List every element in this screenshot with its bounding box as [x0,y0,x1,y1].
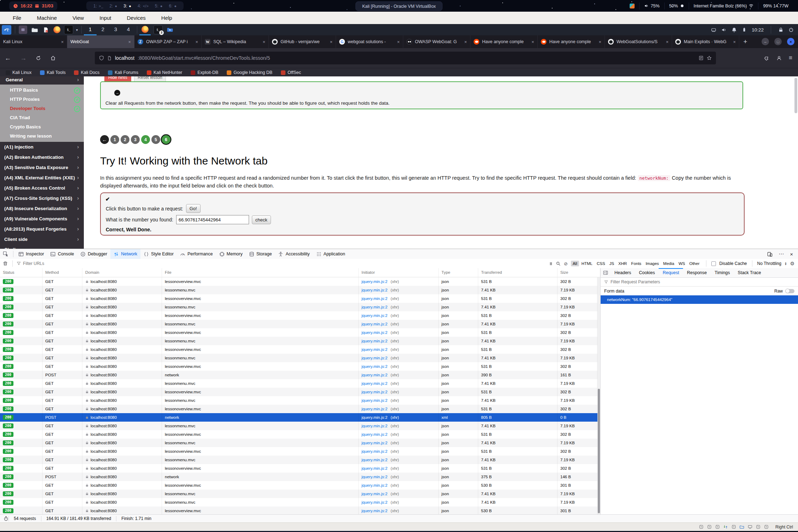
reader-mode-icon[interactable] [699,56,704,60]
filter-type-css[interactable]: CSS [595,261,607,266]
chevron-down-icon[interactable]: ▾ [76,28,78,32]
maximize-button[interactable]: □ [774,38,782,45]
volume-tray-item[interactable]: 75% [639,2,664,10]
tab-close-icon[interactable]: × [195,39,198,45]
window-manager-icon[interactable] [19,25,27,34]
network-request-row[interactable]: 200GETlocalhost:8080lessonoverview.mvcjq… [0,447,597,456]
guest-workspace-4[interactable]: 4 [122,24,135,35]
devtools-tab-memory[interactable]: Memory [216,249,246,259]
form-data-section-header[interactable]: Form data Raw [601,287,798,295]
minimize-button[interactable]: – [762,38,769,45]
sidebar-category-a7-cross-site-scripting-xss[interactable]: (A7) Cross-Site Scripting (XSS)› [0,193,84,203]
filter-type-ws[interactable]: WS [677,261,687,266]
network-request-row[interactable]: 200GETlocalhost:8080lessonoverview.mvcjq… [0,294,597,303]
guest-clock[interactable]: 10:22 [752,27,764,33]
go-button[interactable]: Go! [186,204,201,213]
clear-requests-icon[interactable] [3,261,8,266]
column-header-method[interactable]: Method [42,268,82,277]
devtools-tab-accessibility[interactable]: Accessibility [275,249,313,259]
filter-type-js[interactable]: JS [608,261,616,266]
network-request-row[interactable]: 200POSTlocalhost:8080networkjquery.min.j… [0,371,597,379]
host-clock-widget[interactable]: 16:22 31/03 [9,1,57,10]
sidebar-category-a3-sensitive-data-exposure[interactable]: (A3) Sensitive Data Exposure› [0,162,84,173]
initiator-link[interactable]: jquery.min.js:2 [362,345,387,354]
initiator-link[interactable]: jquery.min.js:2 [362,456,387,464]
power-tray-item[interactable]: 99% 14.77W [758,2,793,10]
guest-workspace-1[interactable]: 1 [84,24,97,35]
guest-workspace-2[interactable]: 2 [97,24,109,35]
pagination-page-2[interactable]: 2 [121,135,129,144]
browser-tab-sql-wikipedia[interactable]: WSQL – Wikipedia× [202,35,269,48]
network-settings-gear-icon[interactable]: ⚙ [790,261,794,266]
initiator-link[interactable]: jquery.min.js:2 [362,328,387,337]
host-workspace-6[interactable]: 6:● [166,4,180,8]
initiator-link[interactable]: jquery.min.js:2 [362,405,387,413]
tab-close-icon[interactable]: × [666,39,669,45]
sidebar-lesson-crypto-basics[interactable]: Crypto Basics [0,122,84,132]
initiator-link[interactable]: jquery.min.js:2 [362,430,387,439]
column-header-initiator[interactable]: Initiator [359,268,439,277]
initiator-link[interactable]: jquery.min.js:2 [362,379,387,388]
vm-window-title[interactable]: Kali [Running] - Oracle VM VirtualBox [355,1,443,11]
extensions-icon[interactable] [764,56,769,61]
detail-tab-cookies[interactable]: Cookies [635,268,659,277]
initiator-link[interactable]: jquery.min.js:2 [362,507,387,515]
speaker-icon[interactable] [721,27,727,33]
devtools-tab-network[interactable]: Network [110,249,140,259]
tab-close-icon[interactable]: × [464,39,467,45]
sidebar-item-general[interactable]: General › [0,76,84,85]
bookmark-exploit-db[interactable]: Exploit-DB [191,70,218,75]
network-request-row[interactable]: 200GETlocalhost:8080lessonoverview.mvcjq… [0,464,597,473]
browser-tab-owasp-webgoat-g[interactable]: OWASP WebGoat: G× [403,35,470,48]
sidebar-category-a2-broken-authentication[interactable]: (A2) Broken Authentication› [0,152,84,162]
pause-requests-icon[interactable] [549,262,553,266]
devtools-tab-application[interactable]: Application [313,249,348,259]
devtools-tab-performance[interactable]: Performance [177,249,216,259]
sidebar-lesson-writing-new-lesson[interactable]: Writing new lesson [0,132,84,141]
account-icon[interactable] [776,56,782,61]
network-tray-item[interactable]: Internet Familie Bolz (66%) [689,2,758,10]
logout-icon[interactable] [788,27,794,33]
initiator-link[interactable]: jquery.min.js:2 [362,481,387,490]
devtools-tab-debugger[interactable]: Debugger [77,249,110,259]
virtualbox-tray-item[interactable] [625,2,639,10]
network-request-row[interactable]: 200POSTlocalhost:8080networkjquery.min.j… [0,473,597,481]
initiator-link[interactable]: jquery.min.js:2 [362,337,387,345]
initiator-link[interactable]: jquery.min.js:2 [362,413,387,422]
battery-icon[interactable] [742,27,747,32]
column-header-domain[interactable]: Domain [82,268,162,277]
kali-menu-button[interactable] [2,25,11,35]
sidebar-lesson-http-basics[interactable]: HTTP Basics✔ [0,86,84,95]
vbox-menu-machine[interactable]: Machine [37,15,57,21]
devtools-tab-style-editor[interactable]: Style Editor [140,249,177,259]
browser-tab-main-exploits-webg[interactable]: Main Exploits · WebG× [672,35,739,48]
host-workspace-3[interactable]: 3:● [120,4,134,8]
filter-type-xhr[interactable]: XHR [617,261,629,266]
sidebar-category-challenges[interactable]: Challenges› [0,244,84,249]
tracking-shield-icon[interactable] [99,56,104,60]
reload-button[interactable] [36,56,41,61]
guest-workspace-3[interactable]: 3 [109,24,122,35]
filter-request-parameters-input[interactable]: Filter Request Parameters [611,279,660,284]
detail-tab-response[interactable]: Response [683,268,711,277]
network-request-row[interactable]: 200GETlocalhost:8080lessonoverview.mvcjq… [0,345,597,354]
tab-close-icon[interactable]: × [61,39,64,45]
network-request-row[interactable]: 200GETlocalhost:8080lessonmenu.mvcjquery… [0,456,597,464]
hamburger-menu-icon[interactable]: ≡ [789,54,792,62]
network-request-row[interactable]: 200GETlocalhost:8080lessonmenu.mvcjquery… [0,354,597,362]
browser-tab-have-anyone-comple[interactable]: Have anyone comple× [538,35,605,48]
detail-tab-headers[interactable]: Headers [611,268,635,277]
initiator-link[interactable]: jquery.min.js:2 [362,354,387,362]
pick-element-icon[interactable] [3,251,8,257]
scrollbar-thumb[interactable] [598,389,600,513]
initiator-link[interactable]: jquery.min.js:2 [362,388,387,396]
initiator-link[interactable]: jquery.min.js:2 [362,371,387,379]
pagination-previous-button[interactable]: ← [100,135,109,144]
bookmark-kali-linux[interactable]: Kali Linux [6,70,31,75]
network-request-row[interactable]: 200GETlocalhost:8080lessonoverview.mvcjq… [0,328,597,337]
terminal-launcher-icon[interactable]: $_ [64,25,73,34]
filter-type-media[interactable]: Media [661,261,676,266]
bookmark-kali-nethunter[interactable]: Kali NetHunter [147,70,182,75]
bookmark-star-icon[interactable] [707,56,712,60]
host-workspace-1[interactable]: 1:>_ [90,4,106,8]
